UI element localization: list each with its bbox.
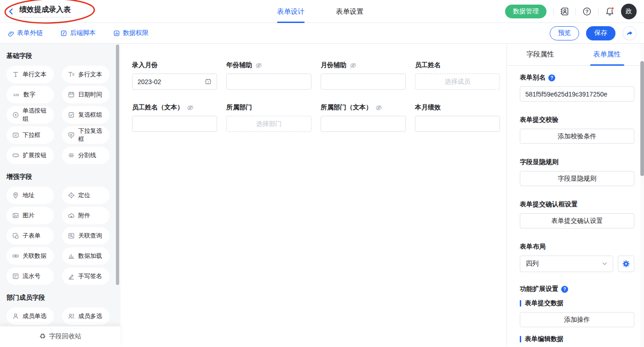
sidebar-item-address[interactable]: 地址 [6, 187, 54, 204]
help-icon[interactable]: ? [582, 7, 592, 16]
sidebar-item-signature[interactable]: 手写签名 [62, 267, 109, 285]
sidebar-item-image[interactable]: 图片 [6, 207, 54, 224]
add-validation-button[interactable]: 添加校验条件 [520, 129, 634, 144]
employee-name-picker[interactable]: 选择成员 [415, 74, 500, 90]
sidebar-item-divider[interactable]: 分割线 [62, 147, 109, 164]
field-entry-month[interactable]: 录入月份 2023-02 7 [132, 61, 217, 90]
contacts-icon[interactable] [560, 7, 569, 16]
sidebar-item-multi-select[interactable]: 下拉复选框 [62, 126, 109, 144]
employee-name-text-input[interactable] [132, 116, 217, 132]
tab-form-design[interactable]: 表单设计 [277, 0, 305, 23]
sidebar-item-link-data[interactable]: 关联数据 [6, 247, 54, 265]
sidebar-item-member-multi[interactable]: 成员多选 [62, 307, 109, 325]
signature-icon [68, 273, 75, 280]
entry-month-input[interactable]: 2023-02 7 [132, 74, 217, 90]
field-recycle-bin[interactable]: ♻ 字段回收站 [0, 326, 121, 347]
tab-field-properties[interactable]: 字段属性 [507, 44, 574, 65]
layout-select[interactable]: 四列 [520, 256, 613, 272]
section-title-member-fields: 部门成员字段 [6, 294, 109, 302]
field-visibility-button[interactable]: 字段显隐规则 [520, 171, 634, 186]
backend-script-link[interactable]: 后端脚本 [60, 29, 96, 37]
sidebar-item-datetime[interactable]: 日期时间 [62, 86, 109, 103]
eye-off-icon [350, 62, 356, 69]
sidebar-item-ext-button[interactable]: 扩展按钮 [6, 147, 54, 164]
submit-confirm-button[interactable]: 表单提交确认设置 [520, 213, 634, 228]
page-title[interactable]: 绩效提成录入表 [19, 5, 71, 17]
item-label: 数字 [23, 91, 35, 99]
sidebar-item-member-single[interactable]: 成员单选 [6, 307, 54, 325]
serial-icon [12, 273, 19, 280]
tab-form-properties[interactable]: 表单属性 [574, 44, 640, 65]
notification-bell-icon[interactable] [605, 6, 615, 16]
page-scrollbar[interactable] [640, 44, 644, 347]
sidebar-item-checkbox-group[interactable]: 复选框组 [62, 106, 109, 124]
form-design-canvas[interactable]: 录入月份 2023-02 7 年份辅助 月份辅助 员工姓名 选择成员 员工姓名（… [121, 44, 506, 347]
eye-off-icon [255, 62, 262, 69]
field-employee-name-text[interactable]: 员工姓名（文本） [132, 103, 217, 132]
share-button[interactable] [622, 26, 637, 40]
address-icon [12, 192, 19, 199]
submit-validation-label: 表单提交校验 [520, 116, 558, 124]
checkbox-group-icon [68, 111, 75, 119]
sidebar-item-single-text[interactable]: 单行文本 [6, 66, 54, 83]
divider [575, 8, 576, 15]
field-label: 员工姓名 [415, 61, 441, 69]
sidebar-item-attachment[interactable]: 附件 [62, 207, 109, 224]
field-department[interactable]: 所属部门 选择部门 [226, 103, 311, 132]
field-department-text[interactable]: 所属部门（文本） [321, 103, 406, 132]
field-year-helper[interactable]: 年份辅助 [226, 61, 311, 90]
year-helper-input[interactable] [226, 74, 311, 90]
sidebar-item-data-load[interactable]: 数据加载 [62, 247, 109, 265]
month-helper-input[interactable] [321, 74, 406, 90]
form-alias-input[interactable]: 581f5f59e625d19c3917250e [520, 86, 634, 102]
sidebar-item-link-query[interactable]: 关联查询 [62, 227, 109, 245]
item-label: 定位 [78, 191, 90, 199]
help-icon[interactable]: ? [548, 74, 555, 81]
field-employee-name[interactable]: 员工姓名 选择成员 [415, 61, 500, 90]
picker-placeholder: 选择成员 [445, 78, 471, 86]
app-header: 绩效提成录入表 表单设计 表单设置 数据管理 ? 政 [0, 0, 644, 23]
page-scrollbar-thumb[interactable] [640, 61, 644, 176]
form-alias-label: 表单别名 [520, 74, 546, 82]
sidebar-item-location[interactable]: 定位 [62, 187, 109, 204]
sidebar-item-number[interactable]: 123数字 [6, 86, 54, 103]
sidebar-item-subform[interactable]: 子表单 [6, 227, 54, 245]
radio-group-icon [12, 111, 19, 119]
back-icon[interactable] [7, 8, 15, 15]
eye-off-icon [375, 104, 382, 111]
script-icon [60, 30, 67, 37]
save-button[interactable]: 保存 [586, 26, 615, 40]
item-label: 多行文本 [78, 70, 102, 79]
layout-settings-button[interactable] [618, 256, 634, 272]
add-submit-action-button[interactable]: 添加操作 [520, 312, 634, 327]
member-single-icon [12, 313, 19, 320]
department-picker[interactable]: 选择部门 [226, 116, 311, 132]
sidebar-item-multi-text[interactable]: 多行文本 [62, 66, 109, 83]
extension-settings-label: 功能扩展设置 [520, 285, 558, 293]
date-value: 2023-02 [138, 78, 161, 85]
item-label: 单选按钮组 [23, 107, 48, 123]
sidebar-item-radio-group[interactable]: 单选按钮组 [6, 106, 54, 124]
department-text-input[interactable] [321, 116, 406, 132]
ext-button-icon [12, 152, 19, 159]
field-visibility-label: 字段显隐规则 [520, 158, 558, 166]
image-icon [12, 212, 19, 219]
field-label: 录入月份 [132, 61, 158, 69]
form-external-link[interactable]: 表单外链 [7, 29, 43, 37]
field-month-performance[interactable]: 本月绩效 [415, 103, 500, 132]
user-avatar[interactable]: 政 [621, 4, 637, 19]
data-manage-button[interactable]: 数据管理 [505, 5, 546, 18]
sidebar-scrollbar[interactable] [116, 45, 119, 285]
month-performance-input[interactable] [415, 116, 500, 132]
sidebar-item-serial-number[interactable]: 流水号 [6, 267, 54, 285]
data-permission-link[interactable]: 数据权限 [113, 29, 149, 37]
recycle-label: 字段回收站 [49, 332, 81, 341]
sidebar-item-select[interactable]: 下拉框 [6, 126, 54, 144]
help-icon[interactable]: ? [561, 286, 568, 293]
field-month-helper[interactable]: 月份辅助 [321, 61, 406, 90]
gear-icon [622, 260, 630, 267]
eye-off-icon [187, 104, 194, 111]
preview-button[interactable]: 预览 [550, 26, 579, 40]
submit-confirm-label: 表单提交确认框设置 [520, 200, 578, 209]
tab-form-settings[interactable]: 表单设置 [336, 0, 363, 23]
